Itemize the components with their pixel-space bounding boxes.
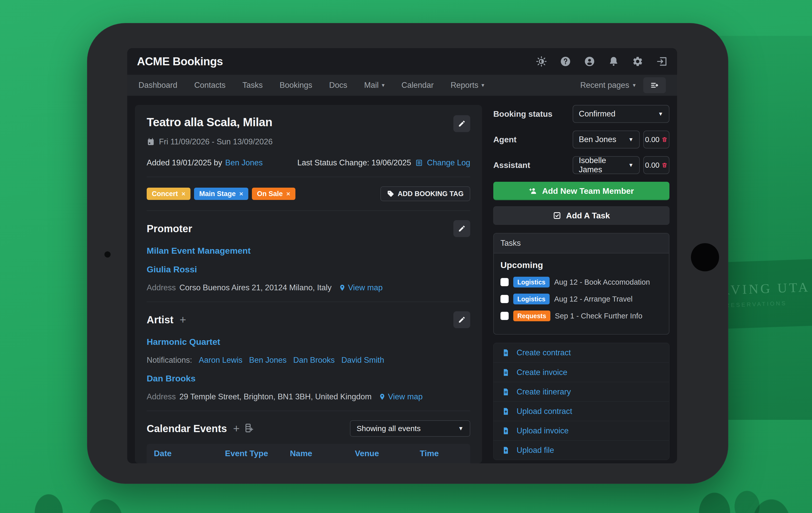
dropdown-arrow-icon: ▼ xyxy=(624,162,634,168)
booking-tag[interactable]: On Sale × xyxy=(252,188,295,200)
task-checkbox[interactable] xyxy=(500,278,509,286)
content-area: Teatro alla Scala, Milan Fri 11/09/2026 … xyxy=(127,96,677,463)
booking-meta-row: Added 19/01/2025 by Ben Jones Last Statu… xyxy=(147,158,470,167)
document-action-row[interactable]: Upload contract xyxy=(494,401,669,421)
tag-icon xyxy=(387,190,394,197)
nav-item[interactable]: Mail ▾ xyxy=(364,81,384,90)
settings-gear-icon[interactable] xyxy=(632,56,643,67)
booking-status-select[interactable]: Confirmed ▼ xyxy=(573,105,669,123)
assistant-select[interactable]: Isobelle James ▼ xyxy=(573,156,640,174)
artist-view-map-link[interactable]: View map xyxy=(379,392,423,401)
nav-item[interactable]: Dashboard ▾ xyxy=(139,81,177,90)
edit-artist-button[interactable] xyxy=(453,311,470,328)
help-icon[interactable] xyxy=(560,56,571,67)
nav-item[interactable]: Calendar ▾ xyxy=(401,81,434,90)
recent-pages-dropdown[interactable]: Recent pages ▾ xyxy=(580,81,636,90)
app-title: ACME Bookings xyxy=(137,55,223,68)
nav-item[interactable]: Tasks ▾ xyxy=(242,81,263,90)
column-header: Date xyxy=(154,449,225,458)
add-event-icon[interactable]: + xyxy=(233,423,240,434)
agent-row: Agent Ben Jones ▼ 0.00 xyxy=(493,131,669,148)
tablet-camera-dot xyxy=(105,251,111,258)
booking-date-range: Fri 11/09/2026 - Sun 13/09/2026 xyxy=(159,137,272,146)
upload-document-icon xyxy=(502,446,510,454)
nav-item[interactable]: Contacts ▾ xyxy=(194,81,226,90)
nav-item[interactable]: Docs ▾ xyxy=(329,81,347,90)
brightness-icon[interactable] xyxy=(536,56,547,67)
add-task-button[interactable]: Add A Task xyxy=(493,206,669,225)
document-action-row[interactable]: Create invoice xyxy=(494,363,669,382)
remove-tag-icon[interactable]: × xyxy=(239,190,243,198)
notifications-bell-icon[interactable] xyxy=(608,56,619,67)
promoter-contact-link[interactable]: Giulia Rossi xyxy=(147,264,197,275)
artist-address: 29 Temple Street, Brighton, BN1 3BH, Uni… xyxy=(179,392,372,401)
promoter-view-map-link[interactable]: View map xyxy=(339,283,383,292)
column-header: Name xyxy=(290,449,355,458)
tasks-panel-title: Tasks xyxy=(494,233,669,253)
task-item: Logistics Aug 12 - Book Accomodation xyxy=(500,277,662,287)
booking-titlebar: Teatro alla Scala, Milan xyxy=(147,115,470,132)
booking-tag[interactable]: Concert × xyxy=(147,188,191,200)
page-title: Teatro alla Scala, Milan xyxy=(147,115,272,129)
document-actions-panel: Create contract Create invoice xyxy=(493,343,669,460)
agent-fee-box[interactable]: 0.00 xyxy=(643,131,669,148)
booking-status-row: Booking status Confirmed ▼ xyxy=(493,105,669,123)
remove-tag-icon[interactable]: × xyxy=(181,190,185,198)
document-action-row[interactable]: Upload file xyxy=(494,440,669,460)
lines-arrow-icon xyxy=(650,81,659,90)
dropdown-arrow-icon: ▼ xyxy=(458,425,464,432)
notification-person-link[interactable]: Ben Jones xyxy=(249,355,287,365)
document-action-row[interactable]: Upload invoice xyxy=(494,421,669,440)
document-icon xyxy=(502,388,510,396)
column-header: Event Type xyxy=(225,449,290,458)
remove-tag-icon[interactable]: × xyxy=(286,190,290,198)
task-checkbox[interactable] xyxy=(500,312,509,320)
calendar-events-heading: Calendar Events xyxy=(147,423,227,434)
booking-tag[interactable]: Main Stage × xyxy=(194,188,248,200)
events-filter-select[interactable]: Showing all events ▼ xyxy=(350,420,470,437)
tablet-frame: ACME Bookings xyxy=(87,23,728,484)
promoter-company-link[interactable]: Milan Event Management xyxy=(147,246,251,256)
notification-person-link[interactable]: Dan Brooks xyxy=(293,355,335,365)
promoter-section-head: Promoter xyxy=(147,220,470,237)
user-icon[interactable] xyxy=(584,56,595,67)
agent-select[interactable]: Ben Jones ▼ xyxy=(573,131,640,148)
change-log-link[interactable]: Change Log xyxy=(427,158,470,167)
document-action-row[interactable]: Create contract xyxy=(494,343,669,363)
document-icon xyxy=(502,349,510,357)
add-event-table-icon[interactable] xyxy=(244,423,255,434)
event-row[interactable]: 11/09/2026 Flight Travel to Milan 10:00 … xyxy=(147,463,470,463)
upload-document-icon xyxy=(502,427,510,435)
assistant-fee-box[interactable]: 0.00 xyxy=(643,156,669,174)
task-text: Sep 1 - Check Further Info xyxy=(555,312,642,320)
artist-name-link[interactable]: Harmonic Quartet xyxy=(147,337,220,347)
assistant-row: Assistant Isobelle James ▼ 0.00 xyxy=(493,156,669,174)
add-artist-icon[interactable]: + xyxy=(179,314,186,325)
nav-right: Recent pages ▾ xyxy=(580,77,666,93)
change-log-icon xyxy=(415,159,423,167)
add-booking-tag-button[interactable]: ADD BOOKING TAG xyxy=(380,187,470,201)
edit-promoter-button[interactable] xyxy=(453,220,470,237)
logout-icon[interactable] xyxy=(656,56,667,67)
notification-person-link[interactable]: Aaron Lewis xyxy=(199,355,242,365)
nav-item[interactable]: Bookings ▾ xyxy=(280,81,312,90)
pencil-icon xyxy=(458,316,466,323)
artist-heading: Artist xyxy=(147,314,173,325)
document-action-row[interactable]: Create itinerary xyxy=(494,382,669,401)
added-by-user-link[interactable]: Ben Jones xyxy=(225,158,263,167)
notification-person-link[interactable]: David Smith xyxy=(342,355,384,365)
task-text: Aug 12 - Arrange Travel xyxy=(554,295,633,303)
add-team-member-button[interactable]: Add New Team Member xyxy=(493,182,669,200)
edit-booking-button[interactable] xyxy=(453,115,470,132)
task-checkbox[interactable] xyxy=(500,295,509,303)
events-table-header: Date Event Type Name Venue Time xyxy=(147,444,470,463)
last-status-change-label: Last Status Change: 19/06/2025 xyxy=(297,158,411,167)
tablet-home-button xyxy=(691,243,719,272)
nav-item[interactable]: Reports ▾ xyxy=(451,81,484,90)
artist-address-row: Address 29 Temple Street, Brighton, BN1 … xyxy=(147,392,470,401)
artist-contact-link[interactable]: Dan Brooks xyxy=(147,373,196,383)
booking-date-row: Fri 11/09/2026 - Sun 13/09/2026 xyxy=(147,137,470,146)
chevron-down-icon: ▾ xyxy=(382,82,384,89)
collapse-panel-button[interactable] xyxy=(643,77,666,93)
promoter-address: Corso Buenos Aires 21, 20124 Milano, Ita… xyxy=(179,283,332,292)
